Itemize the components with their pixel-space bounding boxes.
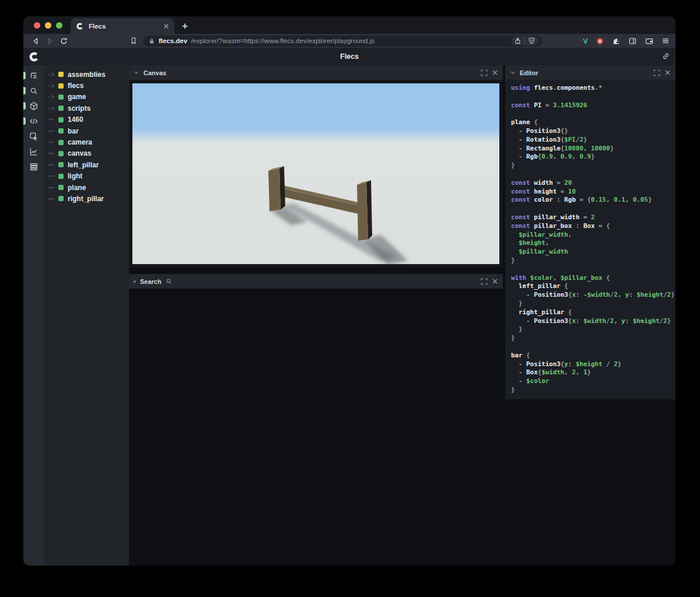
back-button[interactable] bbox=[29, 35, 43, 47]
vue-devtools-icon[interactable]: V bbox=[583, 37, 588, 45]
expand-chevron-icon[interactable] bbox=[48, 82, 55, 89]
sidebar-code-icon[interactable] bbox=[23, 114, 44, 129]
close-icon[interactable] bbox=[492, 278, 498, 285]
sidebar-entities-icon[interactable] bbox=[23, 99, 44, 114]
app-header: Flecs bbox=[23, 48, 676, 65]
code-line bbox=[511, 170, 673, 179]
reload-button[interactable] bbox=[57, 35, 71, 47]
url-path: /explorer/?wasm=https://www.flecs.dev/ex… bbox=[191, 37, 508, 44]
zoom-window-button[interactable] bbox=[56, 22, 62, 29]
code-line: const pillar_width = 2 bbox=[511, 213, 673, 222]
window-controls bbox=[23, 16, 71, 34]
sidebar-inspector-icon[interactable] bbox=[23, 129, 44, 144]
minimize-window-button[interactable] bbox=[45, 22, 51, 29]
tree-item[interactable]: scripts bbox=[44, 103, 129, 114]
expand-chevron-icon[interactable] bbox=[48, 93, 55, 100]
code-line: - Position3{x: $width/2, y: $height/2} bbox=[511, 317, 673, 326]
tree-item[interactable]: flecs bbox=[44, 80, 129, 91]
3d-canvas[interactable] bbox=[129, 80, 503, 268]
tree-item[interactable]: right_pillar bbox=[44, 193, 129, 204]
canvas-panel-title: Canvas bbox=[144, 69, 166, 76]
close-icon[interactable] bbox=[492, 69, 498, 76]
entity-square-icon bbox=[58, 128, 64, 134]
right-pillar-mesh bbox=[357, 180, 372, 241]
tree-item-label: camera bbox=[68, 138, 92, 146]
close-window-button[interactable] bbox=[34, 22, 40, 29]
editor-panel-title: Editor bbox=[520, 69, 538, 76]
search-panel-header: Search bbox=[129, 274, 503, 289]
bookmark-sidebar-icon[interactable] bbox=[127, 35, 141, 47]
tree-item[interactable]: 1460 bbox=[44, 114, 129, 125]
tab-title: Flecs bbox=[89, 23, 159, 30]
sidebar-search-icon[interactable] bbox=[23, 83, 44, 99]
chevron-down-icon[interactable] bbox=[134, 70, 139, 75]
code-line: - Box{$width, 2, 1} bbox=[511, 368, 673, 377]
app-body: assembliesflecsgamescripts1460barcamerac… bbox=[23, 65, 676, 566]
editor-panel-header: Editor bbox=[505, 65, 676, 80]
expand-chevron-icon[interactable] bbox=[48, 71, 55, 78]
leaf-dash-icon bbox=[48, 173, 55, 180]
code-line: $height, bbox=[511, 239, 673, 248]
code-line: - $color bbox=[511, 377, 673, 386]
share-icon[interactable] bbox=[514, 37, 522, 45]
code-line: } bbox=[511, 386, 673, 395]
forward-button[interactable] bbox=[43, 35, 57, 47]
code-line: $pillar_width, bbox=[511, 231, 673, 240]
browser-tab[interactable]: Flecs bbox=[71, 18, 174, 34]
code-line: } bbox=[511, 334, 673, 343]
entity-tree: assembliesflecsgamescripts1460barcamerac… bbox=[44, 65, 129, 566]
collapsed-bullet-icon[interactable] bbox=[134, 280, 136, 283]
sky-and-ground bbox=[132, 83, 499, 264]
hexagon-extension-icon[interactable] bbox=[596, 37, 604, 45]
code-line: } bbox=[511, 161, 673, 170]
extensions-puzzle-icon[interactable] bbox=[612, 37, 621, 45]
menu-icon[interactable] bbox=[662, 37, 670, 45]
search-panel-title: Search bbox=[140, 278, 162, 285]
sidebar-toggle-icon[interactable] bbox=[628, 37, 637, 45]
share-link-icon[interactable] bbox=[662, 52, 670, 61]
expand-chevron-icon[interactable] bbox=[48, 105, 55, 112]
sidebar-data-icon[interactable] bbox=[23, 159, 44, 174]
tree-item[interactable]: assemblies bbox=[44, 69, 129, 80]
tree-item[interactable]: bar bbox=[44, 125, 129, 136]
close-icon[interactable] bbox=[664, 69, 671, 76]
expand-icon[interactable] bbox=[481, 278, 488, 285]
code-line: const PI = 3.1415926 bbox=[511, 101, 673, 110]
leaf-dash-icon bbox=[48, 150, 55, 157]
code-line: - Rectangle{10000, 10000} bbox=[511, 145, 673, 153]
code-line: } bbox=[511, 300, 673, 308]
tree-item[interactable]: canvas bbox=[44, 148, 129, 159]
entity-square-icon bbox=[58, 162, 64, 167]
search-panel: Search bbox=[129, 274, 503, 289]
chevron-down-icon[interactable] bbox=[510, 70, 516, 75]
expand-icon[interactable] bbox=[481, 69, 488, 76]
canvas-panel: Canvas bbox=[129, 65, 503, 268]
code-line: with $color, $pillar_box { bbox=[511, 274, 673, 283]
entity-square-icon bbox=[58, 106, 64, 111]
code-content[interactable]: using flecs.components.* const PI = 3.14… bbox=[505, 80, 676, 399]
leaf-dash-icon bbox=[48, 184, 55, 191]
tree-item[interactable]: left_pillar bbox=[44, 159, 129, 170]
sidebar-outliner-icon[interactable] bbox=[23, 68, 44, 83]
tree-item[interactable]: camera bbox=[44, 136, 129, 148]
code-line: - Rgb{0.9, 0.9, 0.9} bbox=[511, 153, 673, 161]
tree-item[interactable]: light bbox=[44, 171, 129, 182]
url-bar[interactable]: flecs.dev/explorer/?wasm=https://www.fle… bbox=[143, 36, 542, 47]
main-area: Canvas bbox=[129, 65, 676, 566]
tab-close-icon[interactable] bbox=[163, 23, 169, 29]
code-line: const height = 10 bbox=[511, 188, 673, 196]
extension-icons: V bbox=[583, 37, 670, 45]
tab-strip: Flecs + bbox=[23, 16, 676, 34]
tree-item-label: assemblies bbox=[68, 71, 106, 79]
sidebar-stats-icon[interactable] bbox=[23, 144, 44, 159]
brave-shield-icon[interactable] bbox=[528, 37, 536, 45]
wallet-icon[interactable] bbox=[645, 37, 654, 45]
expand-icon[interactable] bbox=[653, 69, 660, 76]
leaf-dash-icon bbox=[48, 161, 55, 168]
tree-item[interactable]: plane bbox=[44, 182, 129, 193]
tree-item[interactable]: game bbox=[44, 92, 129, 103]
tree-item-label: 1460 bbox=[68, 115, 83, 124]
new-tab-button[interactable]: + bbox=[177, 18, 193, 34]
code-line: const pillar_box : Box = { bbox=[511, 222, 673, 231]
leaf-dash-icon bbox=[48, 195, 55, 202]
